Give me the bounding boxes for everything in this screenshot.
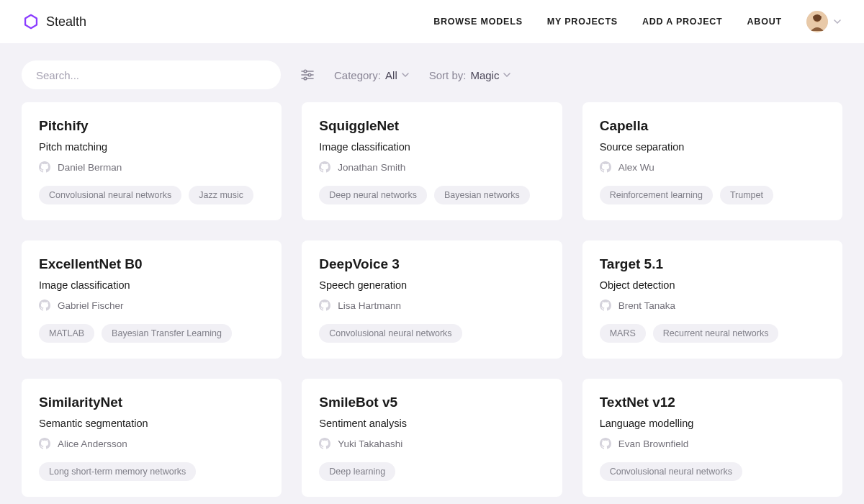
avatar <box>806 11 828 32</box>
tag-list: Convolusional neural networks <box>600 462 825 481</box>
author-row: Gabriel Fischer <box>39 300 264 311</box>
chevron-down-icon <box>834 18 841 25</box>
author-name: Daniel Berman <box>58 162 122 173</box>
author-row: Yuki Takahashi <box>319 438 544 449</box>
tag[interactable]: Trumpet <box>720 186 773 204</box>
sort-value: Magic <box>470 69 499 81</box>
model-subtitle: Object detection <box>600 279 825 291</box>
tag-list: MARSRecurrent neural networks <box>600 324 825 343</box>
category-label: Category: <box>334 69 381 81</box>
model-title: Pitchify <box>39 118 264 134</box>
github-icon[interactable] <box>319 438 330 449</box>
author-name: Alex Wu <box>618 162 654 173</box>
svg-point-3 <box>304 70 307 73</box>
model-card[interactable]: CapellaSource separationAlex WuReinforce… <box>582 102 842 220</box>
github-icon[interactable] <box>319 300 330 311</box>
author-name: Gabriel Fischer <box>58 300 124 311</box>
model-title: SimilarityNet <box>39 395 264 410</box>
tag-list: Deep neural networksBayesian networks <box>319 186 544 204</box>
model-title: Capella <box>600 118 825 134</box>
tag[interactable]: Convolusional neural networks <box>600 462 742 481</box>
model-subtitle: Semantic segmentation <box>39 418 264 429</box>
author-name: Brent Tanaka <box>618 300 675 311</box>
model-title: Target 5.1 <box>600 256 825 272</box>
nav-browse-models[interactable]: BROWSE MODELS <box>433 17 523 27</box>
model-subtitle: Speech generation <box>319 279 544 291</box>
hexagon-logo-icon <box>23 14 39 30</box>
author-name: Lisa Hartmann <box>338 300 401 311</box>
nav-about[interactable]: ABOUT <box>747 17 782 27</box>
model-title: DeepVoice 3 <box>319 256 544 272</box>
model-card[interactable]: Target 5.1Object detectionBrent TanakaMA… <box>582 240 842 359</box>
model-grid: PitchifyPitch matchingDaniel BermanConvo… <box>0 102 864 497</box>
brand-name: Stealth <box>46 14 86 30</box>
nav-my-projects[interactable]: MY PROJECTS <box>547 17 618 27</box>
github-icon[interactable] <box>600 300 611 311</box>
author-row: Alice Andersson <box>39 438 264 449</box>
model-card[interactable]: PitchifyPitch matchingDaniel BermanConvo… <box>22 102 282 220</box>
model-subtitle: Source separation <box>600 141 825 153</box>
model-subtitle: Language modelling <box>600 418 825 429</box>
author-row: Jonathan Smith <box>319 161 544 173</box>
category-filter[interactable]: Category: All <box>334 69 409 81</box>
github-icon[interactable] <box>319 161 330 173</box>
author-name: Alice Andersson <box>58 438 127 449</box>
search-input[interactable] <box>22 60 281 89</box>
tag-list: Convolusional neural networksJazz music <box>39 186 264 204</box>
model-title: ExcellentNet B0 <box>39 256 264 272</box>
model-title: SquiggleNet <box>319 118 544 134</box>
tag[interactable]: MATLAB <box>39 324 94 343</box>
sort-label: Sort by: <box>429 69 467 81</box>
model-card[interactable]: ExcellentNet B0Image classificationGabri… <box>22 240 282 359</box>
github-icon[interactable] <box>600 438 611 449</box>
sort-filter[interactable]: Sort by: Magic <box>429 69 511 81</box>
tag[interactable]: Convolusional neural networks <box>319 324 462 343</box>
filter-icon[interactable] <box>301 69 314 81</box>
tag[interactable]: Reinforcement learning <box>600 186 713 204</box>
model-subtitle: Image classification <box>39 279 264 291</box>
main-nav: BROWSE MODELS MY PROJECTS ADD A PROJECT … <box>433 11 841 32</box>
chevron-down-icon <box>503 71 510 78</box>
user-menu[interactable] <box>806 11 841 32</box>
author-row: Lisa Hartmann <box>319 300 544 311</box>
github-icon[interactable] <box>39 300 50 311</box>
tag-list: Deep learning <box>319 462 544 481</box>
tag[interactable]: MARS <box>600 324 646 343</box>
author-row: Brent Tanaka <box>600 300 825 311</box>
github-icon[interactable] <box>600 161 611 173</box>
tag[interactable]: Convolusional neural networks <box>39 186 181 204</box>
model-subtitle: Pitch matching <box>39 141 264 153</box>
model-card[interactable]: SquiggleNetImage classificationJonathan … <box>302 102 562 220</box>
model-card[interactable]: SimilarityNetSemantic segmentationAlice … <box>22 379 282 497</box>
model-title: SmileBot v5 <box>319 395 544 410</box>
tag[interactable]: Bayesian networks <box>434 186 530 204</box>
author-row: Daniel Berman <box>39 161 264 173</box>
github-icon[interactable] <box>39 161 50 173</box>
tag-list: Convolusional neural networks <box>319 324 544 343</box>
model-card[interactable]: DeepVoice 3Speech generationLisa Hartman… <box>302 240 562 359</box>
svg-point-5 <box>308 73 311 76</box>
author-name: Jonathan Smith <box>338 162 405 173</box>
author-name: Yuki Takahashi <box>338 438 402 449</box>
tag-list: MATLABBayesian Transfer Learning <box>39 324 264 343</box>
nav-add-project[interactable]: ADD A PROJECT <box>642 17 723 27</box>
category-value: All <box>385 69 397 81</box>
author-name: Evan Brownfield <box>618 438 689 449</box>
model-subtitle: Image classification <box>319 141 544 153</box>
logo[interactable]: Stealth <box>23 14 86 30</box>
tag-list: Reinforcement learningTrumpet <box>600 186 825 204</box>
chevron-down-icon <box>402 71 409 78</box>
tag[interactable]: Bayesian Transfer Learning <box>102 324 232 343</box>
tag[interactable]: Long short-term memory networks <box>39 462 196 481</box>
model-card[interactable]: TextNet v12Language modellingEvan Brownf… <box>582 379 842 497</box>
tag[interactable]: Recurrent neural networks <box>653 324 779 343</box>
tag[interactable]: Deep learning <box>319 462 395 481</box>
model-card[interactable]: SmileBot v5Sentiment analysisYuki Takaha… <box>302 379 562 497</box>
github-icon[interactable] <box>39 438 50 449</box>
header: Stealth BROWSE MODELS MY PROJECTS ADD A … <box>0 0 864 43</box>
tag[interactable]: Jazz music <box>189 186 253 204</box>
tag-list: Long short-term memory networks <box>39 462 264 481</box>
tag[interactable]: Deep neural networks <box>319 186 427 204</box>
model-title: TextNet v12 <box>600 395 825 410</box>
author-row: Evan Brownfield <box>600 438 825 449</box>
